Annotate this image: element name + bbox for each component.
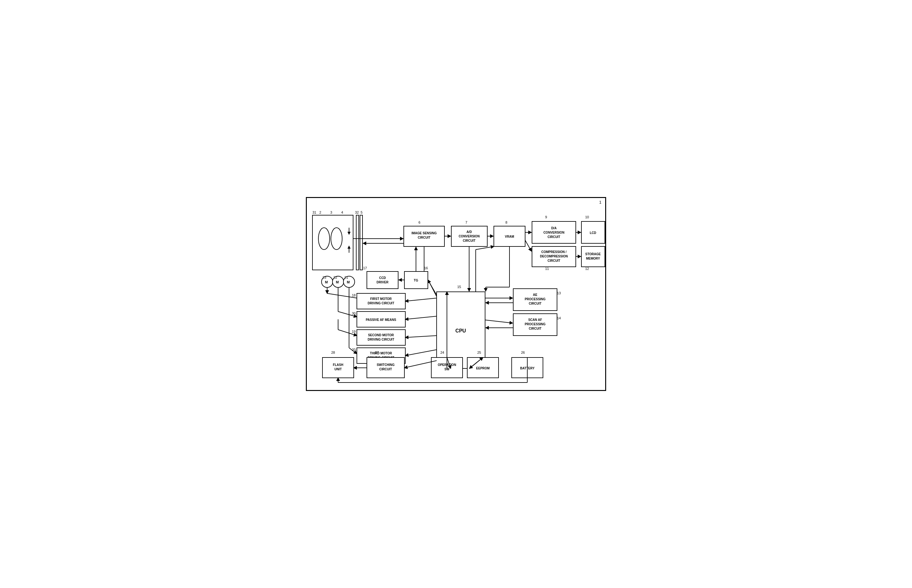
svg-text:TG: TG [414, 279, 418, 282]
svg-text:UNIT: UNIT [334, 367, 342, 371]
svg-text:24: 24 [441, 351, 444, 354]
svg-line-124 [485, 320, 513, 323]
svg-rect-60 [357, 293, 405, 309]
svg-text:20: 20 [352, 348, 356, 352]
svg-text:M: M [347, 280, 350, 284]
svg-text:30: 30 [352, 312, 356, 315]
svg-text:8: 8 [505, 221, 507, 224]
svg-rect-41 [581, 221, 605, 243]
svg-text:FLASH: FLASH [333, 363, 343, 367]
svg-rect-12 [360, 215, 363, 270]
svg-line-119 [405, 316, 437, 319]
svg-text:CCD: CCD [379, 276, 386, 279]
svg-rect-53 [367, 271, 398, 289]
svg-text:16: 16 [424, 266, 428, 270]
svg-line-117 [428, 280, 437, 297]
svg-line-134 [447, 357, 451, 368]
svg-text:13: 13 [557, 291, 561, 295]
svg-line-131 [476, 246, 494, 250]
svg-rect-36 [532, 221, 576, 243]
svg-rect-78 [513, 289, 557, 310]
svg-point-15 [321, 276, 333, 288]
svg-text:SW: SW [444, 367, 450, 371]
svg-rect-24 [404, 226, 444, 246]
svg-line-148 [338, 330, 357, 336]
svg-line-149 [349, 348, 357, 354]
svg-line-136 [470, 357, 483, 368]
svg-text:CIRCUIT: CIRCUIT [418, 236, 431, 239]
svg-text:CONVERSION: CONVERSION [458, 234, 479, 238]
svg-text:19: 19 [352, 330, 356, 333]
svg-text:25: 25 [477, 351, 481, 354]
svg-text:EEPROM: EEPROM [476, 367, 489, 370]
svg-point-17 [333, 276, 344, 288]
svg-text:18: 18 [352, 293, 356, 297]
svg-text:2: 2 [319, 210, 321, 214]
svg-text:STORAGE: STORAGE [585, 252, 601, 256]
svg-text:CIRCUIT: CIRCUIT [379, 367, 392, 371]
svg-text:DRIVING CIRCUIT: DRIVING CIRCUIT [368, 338, 394, 341]
svg-text:A/D: A/D [466, 230, 471, 234]
svg-text:CIRCUIT: CIRCUIT [529, 327, 542, 330]
svg-text:CIRCUIT: CIRCUIT [463, 239, 476, 242]
svg-rect-95 [512, 357, 543, 378]
svg-rect-75 [437, 292, 485, 368]
svg-text:5: 5 [361, 210, 363, 214]
svg-text:SWITCHING: SWITCHING [376, 363, 394, 367]
svg-text:OPERATION: OPERATION [438, 363, 456, 367]
svg-marker-6 [347, 246, 350, 249]
svg-line-120 [405, 336, 437, 338]
svg-text:6: 6 [418, 221, 420, 224]
svg-text:10: 10 [585, 215, 589, 219]
svg-rect-64 [357, 312, 405, 327]
svg-text:DRIVING CIRCUIT: DRIVING CIRCUIT [368, 302, 394, 305]
svg-rect-88 [431, 357, 463, 378]
svg-text:MEMORY: MEMORY [586, 257, 600, 260]
svg-text:CPU: CPU [455, 328, 466, 333]
svg-line-141 [404, 360, 437, 368]
svg-line-135 [470, 357, 483, 368]
svg-rect-71 [357, 348, 405, 363]
svg-text:26: 26 [521, 351, 525, 354]
corner-reference: 1 [599, 200, 601, 205]
svg-text:M: M [325, 280, 328, 284]
svg-rect-11 [356, 215, 359, 270]
svg-text:LCD: LCD [590, 231, 596, 234]
diagram-container: 1 31 2 3 4 32 5 M M M [306, 197, 606, 391]
svg-rect-102 [323, 357, 354, 378]
svg-text:17: 17 [363, 266, 367, 270]
svg-text:CONVERSION: CONVERSION [543, 231, 564, 234]
svg-line-121 [405, 350, 437, 355]
svg-text:PROCESSING: PROCESSING [525, 323, 546, 326]
svg-text:D/A: D/A [551, 226, 556, 230]
svg-line-118 [405, 298, 437, 301]
svg-text:CIRCUIT: CIRCUIT [548, 259, 560, 262]
svg-rect-83 [513, 314, 557, 336]
svg-rect-28 [451, 226, 487, 246]
svg-line-146 [327, 293, 357, 298]
svg-text:PASSIVE AF MEANS: PASSIVE AF MEANS [366, 318, 396, 321]
svg-text:SECOND MOTOR: SECOND MOTOR [368, 333, 394, 337]
svg-text:9: 9 [545, 215, 547, 219]
svg-text:THIRD MOTOR: THIRD MOTOR [370, 352, 392, 355]
svg-rect-98 [367, 357, 404, 378]
svg-rect-0 [312, 215, 353, 270]
svg-text:15: 15 [457, 285, 461, 289]
svg-point-19 [344, 276, 355, 288]
svg-line-147 [338, 312, 357, 317]
svg-point-1 [318, 228, 330, 250]
svg-rect-44 [532, 246, 576, 267]
svg-text:IMAGE SENSING: IMAGE SENSING [412, 231, 437, 235]
svg-rect-67 [357, 330, 405, 345]
svg-point-2 [331, 228, 342, 250]
svg-text:23: 23 [323, 276, 326, 279]
svg-text:7: 7 [465, 221, 467, 224]
svg-rect-49 [581, 246, 605, 267]
svg-text:27: 27 [375, 351, 379, 354]
svg-text:COMPRESSION /: COMPRESSION / [541, 250, 567, 254]
svg-text:11: 11 [545, 267, 549, 271]
svg-text:AE: AE [533, 293, 538, 297]
svg-text:28: 28 [331, 351, 335, 354]
svg-text:31: 31 [312, 210, 316, 214]
svg-text:32: 32 [355, 210, 359, 214]
